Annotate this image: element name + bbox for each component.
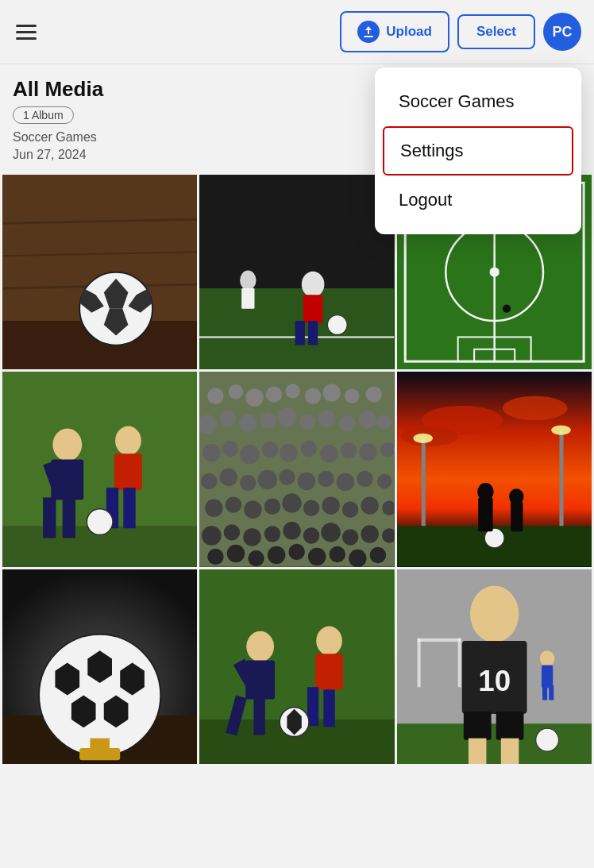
dropdown-menu: Soccer Games Settings Logout	[375, 68, 581, 234]
dropdown-item-settings[interactable]: Settings	[383, 126, 573, 176]
dropdown-item-logout-label: Logout	[399, 190, 452, 210]
dropdown-item-settings-label: Settings	[400, 141, 464, 160]
dropdown-item-soccer-games[interactable]: Soccer Games	[375, 77, 581, 126]
dropdown-item-soccer-games-label: Soccer Games	[399, 91, 515, 111]
dropdown-item-logout[interactable]: Logout	[375, 176, 581, 225]
